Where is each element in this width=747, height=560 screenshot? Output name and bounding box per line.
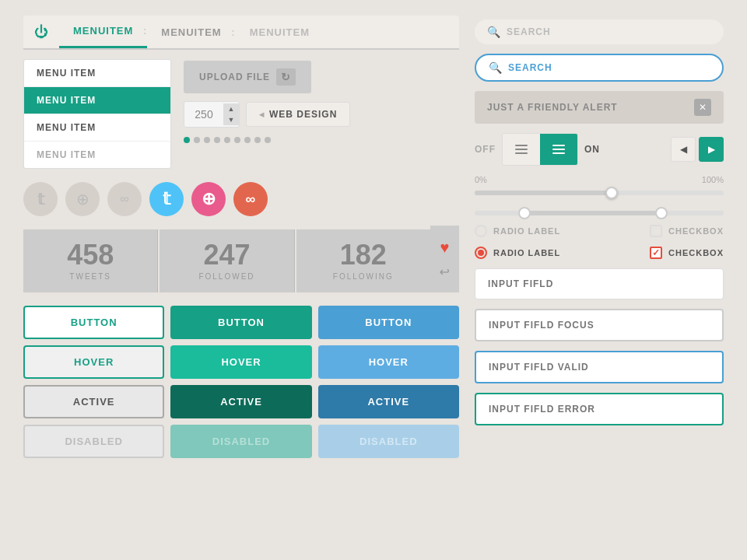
dot-2[interactable] — [194, 137, 200, 143]
button-blue-active[interactable]: ACTIVE — [318, 385, 459, 418]
checkbox-item-1[interactable]: CHECKBOX — [650, 225, 724, 237]
search-icon-2: 🔍 — [489, 61, 502, 74]
upload-row: UPLOAD FILE ↻ — [184, 61, 350, 93]
slider-1-labels: 0% 100% — [475, 175, 724, 184]
spinner-input[interactable]: 250 ▲ ▼ — [184, 101, 240, 128]
search-bar-inactive[interactable]: 🔍 SEARCH — [475, 19, 724, 44]
slider-1-track[interactable] — [475, 191, 724, 195]
social-icons-row: 𝕥 ⊕ ∞ 𝕥 ⊕ ∞ — [23, 182, 459, 216]
radio-label-1: RADIO LABEL — [493, 226, 560, 236]
radio-button-1[interactable] — [475, 225, 487, 237]
button-teal-active[interactable]: ACTIVE — [170, 385, 311, 418]
dot-5[interactable] — [224, 137, 230, 143]
search-placeholder-2: SEARCH — [508, 62, 552, 73]
dropdown-item-2[interactable]: MENU ITEM — [24, 87, 170, 114]
radio-item-2[interactable]: RADIO LABEL — [475, 247, 560, 259]
tweets-count: 458 — [39, 241, 142, 269]
button-outline[interactable]: BUTTON — [23, 306, 164, 339]
button-outline-disabled: DISABLED — [23, 425, 164, 458]
dot-8[interactable] — [254, 137, 261, 143]
button-teal-disabled: DISABLED — [170, 425, 311, 458]
nav-tab-3[interactable]: MENUITEM — [236, 17, 324, 47]
button-blue[interactable]: BUTTON — [318, 306, 459, 339]
checkbox-2[interactable]: ✓ — [650, 247, 662, 259]
dot-7[interactable] — [244, 137, 251, 143]
nav-tab-1[interactable]: MENUITEM — [59, 16, 147, 48]
nav-arrows: ◀ ▶ — [671, 137, 724, 162]
dots-row — [184, 137, 350, 143]
slider-1-max: 100% — [702, 175, 724, 184]
dot-9[interactable] — [265, 137, 271, 143]
radio-item-1[interactable]: RADIO LABEL — [475, 225, 560, 237]
dot-4[interactable] — [214, 137, 220, 143]
heart-icon[interactable]: ♥ — [440, 239, 450, 257]
slider-2 — [475, 208, 724, 215]
buttons-grid: BUTTON BUTTON BUTTON HOVER HOVER HOVER A… — [23, 306, 459, 458]
dropdown-menu: MENU ITEM MENU ITEM MENU ITEM MENU ITEM — [23, 59, 171, 169]
dropdown-item-1[interactable]: MENU ITEM — [24, 60, 170, 87]
slider-1-thumb[interactable] — [605, 187, 618, 199]
toggle-list-seg-2[interactable] — [540, 134, 577, 165]
input-field-valid[interactable] — [475, 351, 724, 383]
input-field-1[interactable] — [475, 268, 724, 299]
input-field-focus[interactable] — [475, 309, 724, 341]
nav-tab-2[interactable]: MENUITEM — [147, 17, 235, 47]
toggle-switch[interactable] — [502, 133, 578, 166]
lastfm-color-icon[interactable]: ∞ — [233, 182, 268, 216]
toggle-list-seg-1[interactable] — [503, 134, 540, 165]
slider-1-min: 0% — [475, 175, 487, 184]
dribbble-color-icon[interactable]: ⊕ — [191, 182, 226, 216]
share-icon[interactable]: ↪ — [440, 264, 450, 279]
upload-label: UPLOAD FILE — [199, 72, 270, 82]
radio-checkbox-row-2: RADIO LABEL ✓ CHECKBOX — [475, 247, 724, 259]
slider-2-thumb-left[interactable] — [518, 207, 531, 219]
search-icon-1: 🔍 — [487, 26, 500, 38]
dropdown-item-3[interactable]: MENU ITEM — [24, 114, 170, 142]
button-outline-hover[interactable]: HOVER — [23, 345, 164, 379]
button-teal[interactable]: BUTTON — [170, 306, 311, 339]
lastfm-ghost-icon[interactable]: ∞ — [107, 182, 142, 216]
radio-button-2[interactable] — [475, 247, 487, 259]
checkbox-item-2[interactable]: ✓ CHECKBOX — [650, 247, 724, 259]
button-teal-hover[interactable]: HOVER — [170, 345, 311, 379]
spinner-up[interactable]: ▲ — [223, 103, 239, 114]
dropdown-item-4[interactable]: MENU ITEM — [24, 142, 170, 168]
tag-label: WEB DESIGN — [269, 109, 337, 120]
search-bar-active[interactable]: 🔍 SEARCH — [475, 54, 724, 82]
slider-2-track[interactable] — [475, 211, 724, 215]
button-outline-active[interactable]: ACTIVE — [23, 385, 164, 418]
following-stat: 182 FOLLOWING — [296, 229, 430, 292]
spinner-value: 250 — [184, 102, 223, 127]
followed-count: 247 — [175, 241, 278, 269]
following-label: FOLLOWING — [312, 272, 415, 281]
search-placeholder-1: SEARCH — [507, 26, 551, 37]
following-count: 182 — [312, 241, 415, 269]
button-blue-hover[interactable]: HOVER — [318, 345, 459, 379]
tweets-stat: 458 TWEETS — [23, 229, 158, 292]
alert-close-button[interactable]: ✕ — [694, 99, 711, 116]
input-field-error[interactable] — [475, 393, 724, 425]
spinner-tag-row: 250 ▲ ▼ WEB DESIGN — [184, 101, 350, 128]
slider-2-thumb-right[interactable] — [655, 207, 668, 219]
hamburger-icon-1 — [509, 139, 534, 159]
nav-prev-button[interactable]: ◀ — [671, 137, 696, 162]
stats-container: 458 TWEETS 247 FOLLOWED 182 FOLLOWING ♥ … — [23, 226, 459, 292]
tag-button[interactable]: WEB DESIGN — [246, 102, 350, 127]
power-icon[interactable]: ⏻ — [23, 16, 59, 48]
slider-2-fill — [524, 211, 661, 215]
upload-button[interactable]: UPLOAD FILE ↻ — [184, 61, 311, 93]
toggle-container: OFF — [475, 133, 600, 166]
slider-1: 0% 100% — [475, 175, 724, 195]
alert-text: JUST A FRIENDLY ALERT — [487, 102, 618, 113]
dot-1[interactable] — [184, 137, 190, 143]
dot-6[interactable] — [234, 137, 240, 143]
dot-3[interactable] — [204, 137, 210, 143]
checkbox-1[interactable] — [650, 225, 662, 237]
alert-bar: JUST A FRIENDLY ALERT ✕ — [475, 91, 724, 124]
spinner-down[interactable]: ▼ — [223, 114, 239, 125]
toggle-on-label: ON — [584, 144, 600, 155]
twitter-ghost-icon[interactable]: 𝕥 — [23, 182, 58, 216]
dribbble-ghost-icon[interactable]: ⊕ — [65, 182, 100, 216]
nav-next-button[interactable]: ▶ — [699, 137, 724, 162]
twitter-color-icon[interactable]: 𝕥 — [149, 182, 184, 216]
